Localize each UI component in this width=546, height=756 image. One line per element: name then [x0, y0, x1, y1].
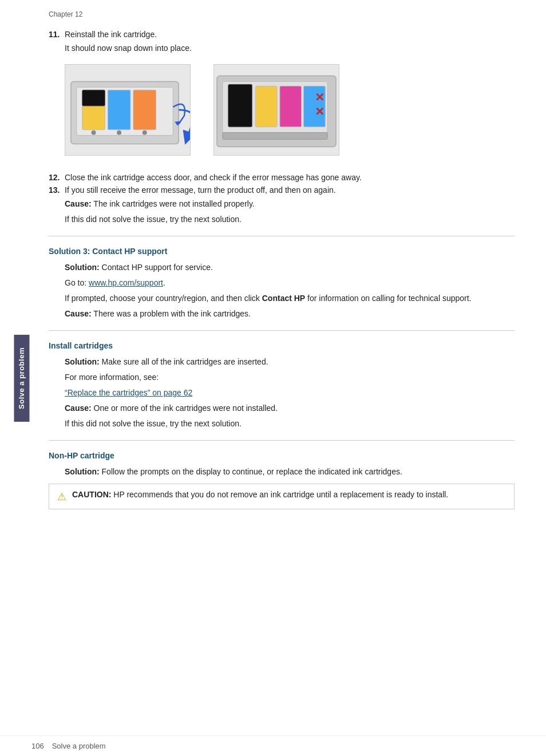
install-solution-text: Make sure all of the ink cartridges are …: [102, 357, 268, 366]
svg-rect-12: [228, 84, 252, 126]
svg-rect-5: [82, 90, 105, 106]
install-cartridges-section: Install cartridges Solution: Make sure a…: [49, 341, 515, 430]
footer: 106 Solve a problem: [0, 735, 546, 756]
install-cartridges-heading: Install cartridges: [49, 341, 515, 350]
svg-rect-17: [223, 133, 327, 140]
step-13-num: 13.: [49, 185, 61, 195]
install-solution-label: Solution:: [65, 357, 100, 366]
install-solution: Solution: Make sure all of the ink cartr…: [65, 356, 515, 368]
step-13-text: If you still receive the error message, …: [65, 185, 515, 195]
caution-content: CAUTION: HP recommends that you do not r…: [72, 490, 448, 499]
install-link-text[interactable]: “Replace the cartridges” on page 62: [65, 388, 192, 397]
sidebar-label: Solve a problem: [17, 347, 26, 409]
solution3-body-text: If prompted, choose your country/region,…: [65, 294, 262, 303]
svg-rect-14: [280, 86, 302, 126]
solution3-cause-text: There was a problem with the ink cartrid…: [93, 309, 251, 318]
footer-page-label: Solve a problem: [52, 742, 106, 750]
solution3-body: If prompted, choose your country/region,…: [65, 292, 515, 304]
svg-rect-3: [108, 90, 130, 129]
step-12-text: Close the ink cartridge access door, and…: [65, 173, 515, 182]
step-12: 12. Close the ink cartridge access door,…: [49, 173, 515, 182]
cause-1: Cause: The ink cartridges were not insta…: [65, 198, 515, 210]
install-cause: Cause: One or more of the ink cartridges…: [65, 402, 515, 414]
solution3-bold: Contact HP: [262, 294, 305, 303]
step-13: 13. If you still receive the error messa…: [49, 185, 515, 195]
non-hp-solution-text: Follow the prompts on the display to con…: [102, 467, 402, 476]
install-link: “Replace the cartridges” on page 62: [65, 387, 515, 399]
divider-2: [49, 330, 515, 331]
divider-1: [49, 236, 515, 236]
non-hp-solution: Solution: Follow the prompts on the disp…: [65, 466, 515, 478]
svg-point-8: [143, 130, 147, 135]
solution3-heading: Solution 3: Contact HP support: [49, 247, 515, 256]
cartridge-images: ✕ ✕: [65, 64, 515, 156]
next-solution-1: If this did not solve the issue, try the…: [65, 213, 515, 225]
divider-3: [49, 440, 515, 441]
svg-rect-13: [255, 86, 277, 126]
step-11-num: 11.: [49, 30, 61, 39]
solution3-goto: Go to: www.hp.com/support.: [65, 277, 515, 289]
step-11-subtext: It should now snap down into place.: [65, 43, 515, 53]
caution-icon: ⚠: [57, 490, 66, 503]
sidebar-tab: Solve a problem: [14, 335, 29, 422]
cause-1-text: The ink cartridges were not installed pr…: [93, 199, 254, 208]
solution3-section: Solution 3: Contact HP support Solution:…: [49, 247, 515, 320]
svg-point-7: [117, 130, 121, 135]
cartridge-image-right: ✕ ✕: [213, 64, 339, 156]
chapter-label: Chapter 12: [49, 10, 515, 18]
install-next-solution: If this did not solve the issue, try the…: [65, 418, 515, 430]
install-cause-label: Cause:: [65, 403, 92, 413]
caution-text: HP recommends that you do not remove an …: [113, 490, 448, 499]
svg-text:✕: ✕: [315, 105, 325, 118]
step-11: 11. Reinstall the ink cartridge.: [49, 30, 515, 39]
install-cause-text: One or more of the ink cartridges were n…: [94, 403, 278, 413]
solution3-goto-prefix: Go to:: [65, 278, 89, 287]
svg-point-6: [92, 130, 96, 135]
solution3-link[interactable]: www.hp.com/support: [89, 278, 163, 287]
non-hp-section: Non-HP cartridge Solution: Follow the pr…: [49, 451, 515, 509]
step-12-num: 12.: [49, 173, 61, 182]
caution-label: CAUTION:: [72, 490, 111, 499]
solution3-label: Solution:: [65, 263, 100, 272]
solution3-text: Contact HP support for service.: [102, 263, 213, 272]
svg-rect-4: [133, 90, 156, 129]
solution3-solution: Solution: Contact HP support for service…: [65, 262, 515, 274]
solution3-cause-label: Cause:: [65, 309, 92, 318]
caution-box: ⚠ CAUTION: HP recommends that you do not…: [49, 484, 515, 509]
cartridge-image-left: [65, 64, 191, 156]
step-11-text: Reinstall the ink cartridge.: [65, 30, 515, 39]
non-hp-solution-label: Solution:: [65, 467, 100, 476]
solution3-body-text2: for information on calling for technical…: [305, 294, 471, 303]
cause-1-label: Cause:: [65, 199, 92, 208]
svg-text:✕: ✕: [315, 91, 325, 104]
install-more-info: For more information, see:: [65, 371, 515, 383]
non-hp-heading: Non-HP cartridge: [49, 451, 515, 460]
solution3-cause: Cause: There was a problem with the ink …: [65, 308, 515, 320]
footer-page-num: 106: [31, 742, 44, 750]
